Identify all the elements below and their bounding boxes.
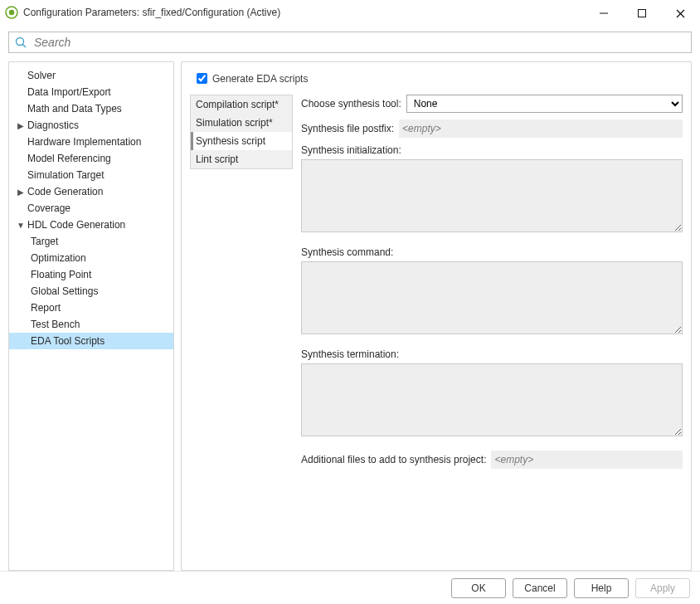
close-button[interactable] — [668, 7, 692, 19]
init-label: Synthesis initialization: — [301, 144, 683, 156]
content-panel: Generate EDA scripts Compilation script*… — [181, 61, 692, 571]
tree-item[interactable]: Target — [9, 233, 173, 250]
category-tree[interactable]: SolverData Import/ExportMath and Data Ty… — [8, 61, 174, 571]
tree-item-label: Test Bench — [31, 319, 80, 330]
app-icon — [5, 6, 18, 19]
tree-item[interactable]: Model Referencing — [9, 150, 173, 167]
chevron-right-icon[interactable]: ▶ — [16, 188, 26, 197]
tree-item[interactable]: EDA Tool Scripts — [9, 333, 173, 349]
cmd-label: Synthesis command: — [301, 246, 683, 258]
tree-item[interactable]: ▶Diagnostics — [9, 117, 173, 134]
synth-tool-select[interactable]: None — [406, 95, 683, 113]
tree-item[interactable]: Global Settings — [9, 283, 173, 300]
svg-point-1 — [9, 10, 14, 15]
postfix-label: Synthesis file postfix: — [301, 123, 394, 134]
script-tab[interactable]: Compilation script* — [191, 95, 292, 114]
chevron-down-icon[interactable]: ▼ — [16, 221, 26, 230]
term-textarea[interactable] — [301, 363, 683, 436]
tree-item-label: Global Settings — [31, 285, 98, 297]
synthesis-form: Choose synthesis tool: None Synthesis fi… — [301, 95, 683, 475]
script-tabs: Compilation script*Simulation script*Syn… — [190, 95, 293, 169]
addfiles-label: Additional files to add to synthesis pro… — [301, 454, 486, 465]
chevron-right-icon[interactable]: ▶ — [16, 121, 26, 130]
synth-tool-label: Choose synthesis tool: — [301, 98, 401, 110]
tree-item-label: EDA Tool Scripts — [31, 335, 105, 347]
tree-item-label: HDL Code Generation — [27, 219, 125, 231]
tree-item[interactable]: Optimization — [9, 250, 173, 266]
title-bar: Configuration Parameters: sfir_fixed/Con… — [0, 0, 700, 25]
addfiles-field — [491, 451, 683, 469]
ok-button[interactable]: OK — [451, 578, 506, 598]
svg-rect-3 — [639, 10, 646, 17]
tree-item-label: Simulation Target — [27, 169, 105, 181]
window-title: Configuration Parameters: sfir_fixed/Con… — [23, 7, 592, 18]
generate-eda-label: Generate EDA scripts — [212, 73, 308, 85]
tree-item[interactable]: Simulation Target — [9, 167, 173, 183]
tree-item-label: Diagnostics — [27, 119, 79, 131]
tree-item[interactable]: Floating Point — [9, 266, 173, 283]
tree-item[interactable]: Hardware Implementation — [9, 134, 173, 150]
tree-item-label: Model Referencing — [27, 153, 111, 164]
help-button[interactable]: Help — [574, 578, 629, 598]
minimize-button[interactable] — [592, 7, 615, 19]
svg-point-6 — [17, 38, 24, 46]
generate-eda-checkbox[interactable] — [197, 73, 207, 84]
tree-item-label: Data Import/Export — [27, 86, 111, 98]
tree-item[interactable]: Report — [9, 300, 173, 316]
tree-item[interactable]: Data Import/Export — [9, 84, 173, 100]
tree-item[interactable]: ▼HDL Code Generation — [9, 217, 173, 233]
tree-item-label: Math and Data Types — [27, 103, 122, 114]
tree-item[interactable]: Solver — [9, 67, 173, 84]
search-bar[interactable] — [8, 32, 692, 53]
term-label: Synthesis termination: — [301, 348, 683, 360]
cancel-button[interactable]: Cancel — [513, 578, 567, 598]
script-tab[interactable]: Lint script — [191, 150, 292, 168]
tree-item-label: Hardware Implementation — [27, 136, 141, 148]
tree-item[interactable]: ▶Code Generation — [9, 183, 173, 200]
script-tab[interactable]: Synthesis script — [191, 132, 292, 150]
tree-item[interactable]: Math and Data Types — [9, 100, 173, 117]
postfix-field — [399, 119, 683, 138]
maximize-button[interactable] — [630, 7, 654, 19]
tree-item[interactable]: Test Bench — [9, 316, 173, 333]
tree-item-label: Target — [31, 236, 58, 247]
tree-item-label: Solver — [27, 70, 56, 81]
svg-line-7 — [22, 44, 26, 47]
cmd-textarea[interactable] — [301, 261, 683, 334]
tree-item[interactable]: Coverage — [9, 200, 173, 217]
apply-button[interactable]: Apply — [635, 578, 690, 598]
search-input[interactable] — [32, 32, 686, 52]
tree-item-label: Code Generation — [27, 186, 103, 197]
init-textarea[interactable] — [301, 159, 683, 232]
search-icon — [14, 36, 27, 49]
script-tab[interactable]: Simulation script* — [191, 114, 292, 132]
tree-item-label: Report — [31, 302, 61, 314]
tree-item-label: Coverage — [27, 202, 70, 214]
dialog-footer: OK Cancel Help Apply — [0, 571, 700, 604]
tree-item-label: Floating Point — [31, 269, 91, 280]
tree-item-label: Optimization — [31, 252, 86, 264]
